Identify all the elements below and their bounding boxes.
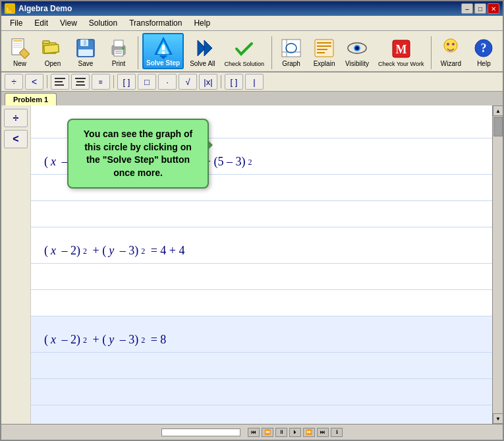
- save-icon: [74, 36, 98, 60]
- wizard-button[interactable]: Wizard: [435, 34, 466, 69]
- scroll-thumb[interactable]: [493, 117, 503, 136]
- scroll-down-arrow[interactable]: ▼: [493, 413, 503, 424]
- scroll-up-arrow[interactable]: ▲: [493, 105, 503, 116]
- maximize-button[interactable]: □: [474, 3, 486, 14]
- svg-rect-8: [43, 41, 49, 44]
- left-lt-btn[interactable]: <: [4, 130, 28, 148]
- check-your-work-icon: M: [389, 37, 413, 61]
- media-next[interactable]: ⏩: [303, 428, 315, 437]
- media-info[interactable]: ℹ: [331, 428, 343, 437]
- box-button[interactable]: □: [138, 74, 156, 90]
- svg-rect-12: [84, 40, 86, 45]
- progress-bar: [161, 428, 240, 436]
- menu-solution[interactable]: Solution: [84, 17, 123, 29]
- t2-sep1: [47, 75, 47, 88]
- svg-rect-15: [114, 40, 123, 47]
- bracket-button[interactable]: [ ]: [117, 74, 136, 90]
- svg-rect-48: [55, 81, 63, 82]
- svg-rect-13: [78, 49, 93, 56]
- less-than-button[interactable]: <: [25, 74, 43, 90]
- media-play[interactable]: ⏵: [289, 428, 301, 437]
- menu-file[interactable]: File: [5, 17, 28, 29]
- svg-rect-52: [76, 84, 85, 86]
- check-solution-button[interactable]: Check Solution: [221, 35, 268, 69]
- help-button[interactable]: ? Help: [468, 34, 499, 69]
- svg-rect-50: [75, 78, 86, 79]
- pipe-button[interactable]: |: [245, 74, 264, 90]
- help-icon: ?: [472, 36, 495, 60]
- dot-button[interactable]: ·: [158, 74, 177, 90]
- scrollbar-right: ▲ ▼: [492, 105, 503, 424]
- solve-step-button[interactable]: Solve Step: [142, 33, 184, 69]
- left-panel: ÷ <: [1, 105, 31, 424]
- title-bar-left: 📐 Algebra Demo: [5, 3, 72, 14]
- menu-help[interactable]: Help: [188, 17, 215, 29]
- menu-transformation[interactable]: Transformation: [124, 17, 187, 29]
- solve-all-icon: [190, 36, 214, 60]
- menu-edit[interactable]: Edit: [29, 17, 53, 29]
- tab-bar: Problem 1: [1, 92, 503, 105]
- expand-button[interactable]: [ ]: [225, 74, 243, 90]
- t2-sep2: [113, 75, 114, 88]
- media-prev-start[interactable]: ⏮: [248, 428, 260, 437]
- paper-line-eq2: ( x – 2) 2 + ( y – 3) 2 = 4 + 4: [31, 227, 492, 264]
- svg-rect-3: [13, 43, 22, 44]
- svg-rect-47: [55, 78, 65, 79]
- svg-rect-34: [317, 45, 331, 47]
- graph-button[interactable]: Graph: [276, 34, 306, 69]
- svg-rect-4: [13, 45, 22, 45]
- minimize-button[interactable]: –: [461, 3, 473, 14]
- open-button[interactable]: Open: [38, 34, 68, 69]
- equation-2: ( x – 2) 2 + ( y – 3) 2 = 4 + 4: [44, 244, 184, 258]
- svg-rect-36: [317, 52, 325, 53]
- solve-all-button[interactable]: Solve All: [186, 34, 218, 69]
- explain-label: Explain: [314, 60, 335, 67]
- align-center-button[interactable]: [71, 74, 90, 90]
- left-fraction-btn[interactable]: ÷: [4, 109, 28, 127]
- svg-rect-28: [282, 40, 300, 57]
- sep3: [431, 36, 432, 69]
- svg-rect-5: [13, 47, 22, 47]
- paper-line-blank4: [31, 290, 492, 316]
- abs-button[interactable]: |x|: [199, 74, 217, 90]
- media-next-end[interactable]: ⏭: [317, 428, 329, 437]
- visibility-button[interactable]: Visibility: [342, 34, 372, 69]
- t2-sep3: [221, 75, 221, 88]
- title-bar-buttons: – □ ✕: [461, 3, 499, 14]
- solve-all-label: Solve All: [190, 60, 215, 67]
- sep2: [271, 36, 272, 69]
- align-left-button[interactable]: [51, 74, 69, 90]
- main-toolbar: New Open Save: [1, 31, 503, 73]
- sqrt-button[interactable]: √: [179, 74, 197, 90]
- svg-rect-18: [115, 53, 122, 54]
- media-prev[interactable]: ⏪: [262, 428, 273, 437]
- explain-button[interactable]: Explain: [309, 34, 339, 69]
- paper-line-blank3: [31, 264, 492, 290]
- menu-view[interactable]: View: [55, 17, 82, 29]
- print-button[interactable]: Print: [103, 34, 134, 69]
- check-solution-label: Check Solution: [225, 61, 265, 67]
- svg-rect-22: [162, 45, 165, 50]
- visibility-label: Visibility: [345, 60, 369, 67]
- window-title: Algebra Demo: [18, 4, 72, 13]
- fraction-button[interactable]: ÷: [5, 74, 23, 90]
- solve-step-label: Solve Step: [146, 59, 180, 67]
- media-pause[interactable]: ⏸: [275, 428, 287, 437]
- svg-rect-35: [317, 49, 327, 50]
- new-button[interactable]: New: [5, 34, 35, 69]
- main-panel: You can see the graph of this circle by …: [31, 105, 492, 424]
- svg-rect-17: [115, 51, 122, 52]
- text-format-button[interactable]: ≡: [92, 74, 110, 90]
- problem-tab[interactable]: Problem 1: [5, 93, 57, 105]
- save-button[interactable]: Save: [70, 34, 101, 69]
- close-button[interactable]: ✕: [488, 3, 499, 14]
- save-label: Save: [78, 60, 94, 67]
- check-your-work-button[interactable]: M Check Your Work: [375, 35, 427, 69]
- svg-text:?: ?: [481, 42, 487, 55]
- scroll-track[interactable]: [493, 116, 503, 413]
- paper-line-blank6: [31, 379, 492, 405]
- svg-rect-9: [44, 44, 59, 53]
- main-window: 📐 Algebra Demo – □ ✕ File Edit View Solu…: [0, 0, 504, 441]
- svg-rect-51: [76, 81, 84, 82]
- title-bar: 📐 Algebra Demo – □ ✕: [1, 1, 503, 16]
